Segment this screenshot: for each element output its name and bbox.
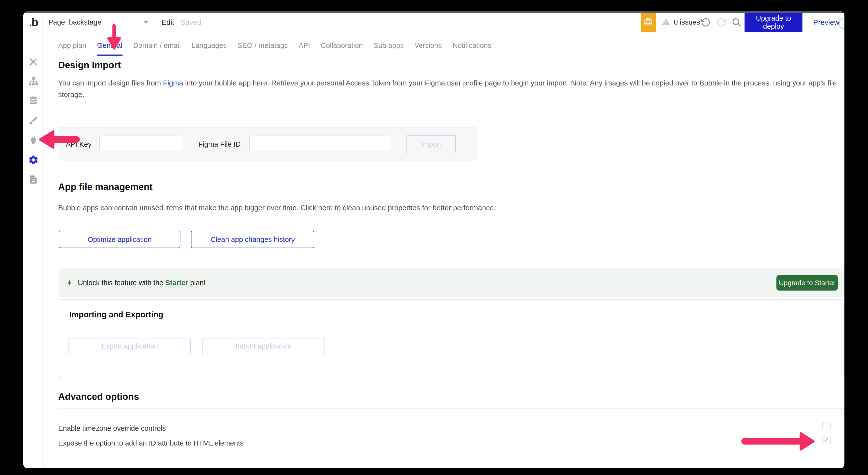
starter-plan-banner: Unlock this feature with the Starter pla… xyxy=(59,268,844,297)
sidebar-item-design[interactable] xyxy=(28,56,39,67)
sidebar-item-workflow[interactable] xyxy=(28,76,39,87)
figma-import-form: API Key Figma File ID Import xyxy=(59,127,476,161)
banner-text: Unlock this feature with the xyxy=(78,279,165,287)
tab-app-plan[interactable]: App plan xyxy=(58,41,86,56)
optimize-application-button[interactable]: Optimize application xyxy=(59,231,180,248)
saved-status-label: Saved xyxy=(180,13,201,32)
tab-versions[interactable]: Versions xyxy=(414,41,442,56)
section-divider xyxy=(58,408,844,409)
app-file-management-title: App file management xyxy=(58,182,152,192)
design-tools-icon xyxy=(28,57,38,67)
sidebar-item-plugins[interactable] xyxy=(28,135,39,146)
tab-collaboration[interactable]: Collaboration xyxy=(321,41,363,56)
tab-domain-email[interactable]: Domain / email xyxy=(133,41,181,56)
redo-button[interactable] xyxy=(714,13,728,32)
tab-api[interactable]: API xyxy=(299,41,310,56)
design-import-text: You can import design files from xyxy=(58,79,163,87)
bubble-logo[interactable]: .b xyxy=(23,13,44,32)
topbar-divider xyxy=(698,18,698,28)
expose-id-attribute-label: Expose the option to add an ID attribute… xyxy=(58,439,244,447)
bubble-editor-window: .b Page: backstage Edit Saved 0 issues xyxy=(23,11,844,468)
checkmark-glyph: ✓ xyxy=(824,437,829,443)
undo-icon xyxy=(701,18,711,27)
figma-file-id-label: Figma File ID xyxy=(198,128,241,160)
api-key-label: API Key xyxy=(66,128,92,160)
gift-button[interactable] xyxy=(641,13,656,32)
page-selector-label: Page: backstage xyxy=(49,18,101,26)
starter-banner-text: Unlock this feature with the Starter pla… xyxy=(78,279,206,287)
figma-import-button[interactable]: Import xyxy=(406,135,456,153)
edit-mode-label[interactable]: Edit xyxy=(161,13,174,32)
chevron-down-icon xyxy=(144,21,148,24)
top-bar: .b Page: backstage Edit Saved 0 issues xyxy=(23,13,844,32)
search-button[interactable] xyxy=(730,13,744,32)
starter-banner-message: Unlock this feature with the Starter pla… xyxy=(66,268,206,297)
screenshot-stage: .b Page: backstage Edit Saved 0 issues xyxy=(0,0,868,475)
sidebar-item-settings[interactable] xyxy=(28,154,39,165)
tab-seo-metatags[interactable]: SEO / metatags xyxy=(238,41,288,56)
plug-icon xyxy=(29,135,38,145)
document-icon xyxy=(29,175,38,184)
settings-tabs: App plan General Domain / email Language… xyxy=(58,32,491,56)
topbar-divider xyxy=(728,18,729,28)
banner-text: plan! xyxy=(188,279,206,287)
upgrade-to-deploy-button[interactable]: Upgrade to deploy xyxy=(745,13,802,32)
upgrade-to-starter-button[interactable]: Upgrade to Starter xyxy=(776,275,838,291)
gift-icon xyxy=(644,17,653,28)
app-file-management-description: Bubble apps can contain unused items tha… xyxy=(58,202,844,213)
undo-button[interactable] xyxy=(699,13,713,32)
bubble-logo-text: .b xyxy=(29,16,38,29)
warning-triangle-icon xyxy=(661,18,671,27)
database-icon xyxy=(28,96,38,106)
general-settings-content: Design Import You can import design file… xyxy=(58,56,844,468)
tab-general[interactable]: General xyxy=(97,41,123,56)
expose-id-attribute-checkbox[interactable]: ✓ xyxy=(822,436,831,444)
importing-exporting-card: Importing and Exporting Export applicati… xyxy=(59,299,843,378)
importing-exporting-title: Importing and Exporting xyxy=(69,310,163,319)
section-divider xyxy=(58,217,844,218)
issues-indicator[interactable]: 0 issues xyxy=(661,13,700,32)
workflow-icon xyxy=(28,76,38,86)
tab-languages[interactable]: Languages xyxy=(191,41,227,56)
timezone-override-label: Enable timezone override controls xyxy=(58,424,166,433)
design-import-description: You can import design files from Figma i… xyxy=(58,77,844,100)
sidebar-item-data[interactable] xyxy=(28,95,39,106)
tab-sub-apps[interactable]: Sub apps xyxy=(374,41,404,56)
redo-icon xyxy=(716,18,726,27)
issues-count-label: 0 issues xyxy=(674,18,700,26)
gear-icon xyxy=(28,154,39,166)
left-sidebar xyxy=(23,32,44,468)
sidebar-item-logs[interactable] xyxy=(28,174,39,185)
export-application-button[interactable]: Export application xyxy=(68,338,191,354)
paintbrush-icon xyxy=(28,115,38,126)
tab-notifications[interactable]: Notifications xyxy=(453,41,491,56)
page-selector-dropdown[interactable]: Page: backstage xyxy=(43,13,155,32)
figma-file-id-input[interactable] xyxy=(249,136,391,151)
lightning-bolt-icon xyxy=(66,279,74,287)
sidebar-item-styles[interactable] xyxy=(28,115,39,126)
starter-plan-name: Starter xyxy=(165,279,188,287)
api-key-input[interactable] xyxy=(99,136,183,151)
figma-link[interactable]: Figma xyxy=(163,79,183,87)
design-import-title: Design Import xyxy=(58,60,121,70)
search-icon xyxy=(732,18,742,27)
advanced-options-title: Advanced options xyxy=(58,391,139,402)
timezone-override-checkbox[interactable] xyxy=(822,422,831,430)
import-application-button[interactable]: Import application xyxy=(202,338,325,354)
clean-app-changes-button[interactable]: Clean app changes history xyxy=(191,231,314,248)
